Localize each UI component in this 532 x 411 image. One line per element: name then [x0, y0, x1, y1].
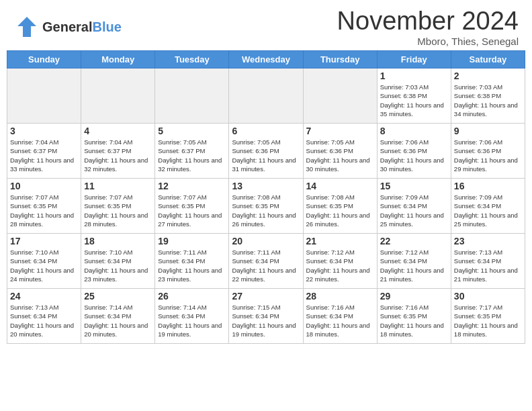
day-number: 22	[380, 236, 448, 246]
day-number: 11	[84, 181, 152, 191]
header-friday: Friday	[377, 51, 451, 68]
cell-info: Sunrise: 7:15 AM Sunset: 6:34 PM Dayligh…	[232, 303, 300, 338]
day-number: 12	[158, 181, 226, 191]
cell-info: Sunrise: 7:14 AM Sunset: 6:34 PM Dayligh…	[84, 303, 152, 338]
calendar-cell: 28Sunrise: 7:16 AM Sunset: 6:34 PM Dayli…	[303, 289, 377, 344]
cell-info: Sunrise: 7:16 AM Sunset: 6:35 PM Dayligh…	[380, 303, 448, 338]
cell-info: Sunrise: 7:07 AM Sunset: 6:35 PM Dayligh…	[84, 193, 152, 228]
calendar-cell: 12Sunrise: 7:07 AM Sunset: 6:35 PM Dayli…	[155, 179, 229, 234]
calendar-cell: 17Sunrise: 7:10 AM Sunset: 6:34 PM Dayli…	[7, 234, 81, 289]
logo: General Blue	[13, 14, 122, 40]
cell-info: Sunrise: 7:13 AM Sunset: 6:34 PM Dayligh…	[10, 303, 78, 338]
calendar-cell: 18Sunrise: 7:10 AM Sunset: 6:34 PM Dayli…	[81, 234, 155, 289]
cell-info: Sunrise: 7:17 AM Sunset: 6:35 PM Dayligh…	[454, 303, 522, 338]
cell-info: Sunrise: 7:09 AM Sunset: 6:34 PM Dayligh…	[380, 193, 448, 228]
header-monday: Monday	[81, 51, 155, 68]
calendar-cell	[229, 68, 303, 124]
logo-general: General	[42, 19, 92, 34]
logo-icon	[13, 14, 39, 40]
calendar-cell: 21Sunrise: 7:12 AM Sunset: 6:34 PM Dayli…	[303, 234, 377, 289]
day-number: 25	[84, 291, 152, 302]
cell-info: Sunrise: 7:07 AM Sunset: 6:35 PM Dayligh…	[10, 193, 78, 228]
day-number: 15	[380, 181, 448, 191]
calendar-cell: 5Sunrise: 7:05 AM Sunset: 6:37 PM Daylig…	[155, 124, 229, 179]
calendar-cell: 25Sunrise: 7:14 AM Sunset: 6:34 PM Dayli…	[81, 289, 155, 344]
calendar-cell: 13Sunrise: 7:08 AM Sunset: 6:35 PM Dayli…	[229, 179, 303, 234]
location: Mboro, Thies, Senegal	[337, 36, 519, 47]
day-number: 9	[454, 126, 522, 136]
cell-info: Sunrise: 7:16 AM Sunset: 6:34 PM Dayligh…	[306, 303, 374, 338]
cell-info: Sunrise: 7:11 AM Sunset: 6:34 PM Dayligh…	[158, 248, 226, 283]
calendar-row: 17Sunrise: 7:10 AM Sunset: 6:34 PM Dayli…	[7, 234, 525, 289]
day-number: 14	[306, 181, 374, 191]
calendar-cell: 15Sunrise: 7:09 AM Sunset: 6:34 PM Dayli…	[377, 179, 451, 234]
logo-text: General Blue	[42, 19, 122, 34]
calendar-cell: 20Sunrise: 7:11 AM Sunset: 6:34 PM Dayli…	[229, 234, 303, 289]
calendar-cell: 11Sunrise: 7:07 AM Sunset: 6:35 PM Dayli…	[81, 179, 155, 234]
calendar-cell: 2Sunrise: 7:03 AM Sunset: 6:38 PM Daylig…	[451, 68, 525, 124]
day-number: 3	[10, 126, 78, 136]
svg-marker-0	[17, 17, 36, 37]
header: General Blue November 2024 Mboro, Thies,…	[0, 0, 532, 50]
day-number: 2	[454, 71, 522, 81]
header-tuesday: Tuesday	[155, 51, 229, 68]
cell-info: Sunrise: 7:06 AM Sunset: 6:36 PM Dayligh…	[380, 138, 448, 173]
calendar-cell: 16Sunrise: 7:09 AM Sunset: 6:34 PM Dayli…	[451, 179, 525, 234]
cell-info: Sunrise: 7:12 AM Sunset: 6:34 PM Dayligh…	[380, 248, 448, 283]
cell-info: Sunrise: 7:11 AM Sunset: 6:34 PM Dayligh…	[232, 248, 300, 283]
calendar-cell: 23Sunrise: 7:13 AM Sunset: 6:34 PM Dayli…	[451, 234, 525, 289]
calendar-cell: 1Sunrise: 7:03 AM Sunset: 6:38 PM Daylig…	[377, 68, 451, 124]
calendar-cell: 10Sunrise: 7:07 AM Sunset: 6:35 PM Dayli…	[7, 179, 81, 234]
logo-blue: Blue	[92, 19, 121, 34]
calendar-cell: 4Sunrise: 7:04 AM Sunset: 6:37 PM Daylig…	[81, 124, 155, 179]
day-number: 18	[84, 236, 152, 246]
day-number: 6	[232, 126, 300, 136]
cell-info: Sunrise: 7:04 AM Sunset: 6:37 PM Dayligh…	[10, 138, 78, 173]
day-number: 5	[158, 126, 226, 136]
cell-info: Sunrise: 7:04 AM Sunset: 6:37 PM Dayligh…	[84, 138, 152, 173]
day-number: 24	[10, 291, 78, 302]
cell-info: Sunrise: 7:12 AM Sunset: 6:34 PM Dayligh…	[306, 248, 374, 283]
title-block: November 2024 Mboro, Thies, Senegal	[337, 7, 519, 47]
cell-info: Sunrise: 7:14 AM Sunset: 6:34 PM Dayligh…	[158, 303, 226, 338]
day-number: 7	[306, 126, 374, 136]
day-number: 21	[306, 236, 374, 246]
day-number: 19	[158, 236, 226, 246]
calendar-row: 24Sunrise: 7:13 AM Sunset: 6:34 PM Dayli…	[7, 289, 525, 344]
cell-info: Sunrise: 7:05 AM Sunset: 6:36 PM Dayligh…	[306, 138, 374, 173]
cell-info: Sunrise: 7:03 AM Sunset: 6:38 PM Dayligh…	[454, 83, 522, 118]
cell-info: Sunrise: 7:09 AM Sunset: 6:34 PM Dayligh…	[454, 193, 522, 228]
calendar-cell: 30Sunrise: 7:17 AM Sunset: 6:35 PM Dayli…	[451, 289, 525, 344]
calendar-row: 10Sunrise: 7:07 AM Sunset: 6:35 PM Dayli…	[7, 179, 525, 234]
cell-info: Sunrise: 7:03 AM Sunset: 6:38 PM Dayligh…	[380, 83, 448, 118]
calendar-cell: 3Sunrise: 7:04 AM Sunset: 6:37 PM Daylig…	[7, 124, 81, 179]
day-number: 10	[10, 181, 78, 191]
day-number: 28	[306, 291, 374, 302]
cell-info: Sunrise: 7:05 AM Sunset: 6:36 PM Dayligh…	[232, 138, 300, 173]
calendar-cell: 29Sunrise: 7:16 AM Sunset: 6:35 PM Dayli…	[377, 289, 451, 344]
day-number: 4	[84, 126, 152, 136]
cell-info: Sunrise: 7:06 AM Sunset: 6:36 PM Dayligh…	[454, 138, 522, 173]
calendar-cell: 22Sunrise: 7:12 AM Sunset: 6:34 PM Dayli…	[377, 234, 451, 289]
day-number: 26	[158, 291, 226, 302]
calendar-cell: 7Sunrise: 7:05 AM Sunset: 6:36 PM Daylig…	[303, 124, 377, 179]
calendar-table: Sunday Monday Tuesday Wednesday Thursday…	[7, 50, 525, 344]
day-number: 27	[232, 291, 300, 302]
month-title: November 2024	[337, 7, 519, 36]
calendar-header-row: Sunday Monday Tuesday Wednesday Thursday…	[7, 51, 525, 68]
cell-info: Sunrise: 7:08 AM Sunset: 6:35 PM Dayligh…	[232, 193, 300, 228]
calendar-row: 1Sunrise: 7:03 AM Sunset: 6:38 PM Daylig…	[7, 68, 525, 124]
day-number: 30	[454, 291, 522, 302]
calendar-cell	[303, 68, 377, 124]
calendar-cell: 27Sunrise: 7:15 AM Sunset: 6:34 PM Dayli…	[229, 289, 303, 344]
calendar-cell: 19Sunrise: 7:11 AM Sunset: 6:34 PM Dayli…	[155, 234, 229, 289]
header-thursday: Thursday	[303, 51, 377, 68]
cell-info: Sunrise: 7:05 AM Sunset: 6:37 PM Dayligh…	[158, 138, 226, 173]
calendar-cell	[81, 68, 155, 124]
calendar-cell: 26Sunrise: 7:14 AM Sunset: 6:34 PM Dayli…	[155, 289, 229, 344]
cell-info: Sunrise: 7:10 AM Sunset: 6:34 PM Dayligh…	[84, 248, 152, 283]
calendar-cell	[7, 68, 81, 124]
day-number: 1	[380, 71, 448, 81]
calendar-cell: 24Sunrise: 7:13 AM Sunset: 6:34 PM Dayli…	[7, 289, 81, 344]
cell-info: Sunrise: 7:08 AM Sunset: 6:35 PM Dayligh…	[306, 193, 374, 228]
